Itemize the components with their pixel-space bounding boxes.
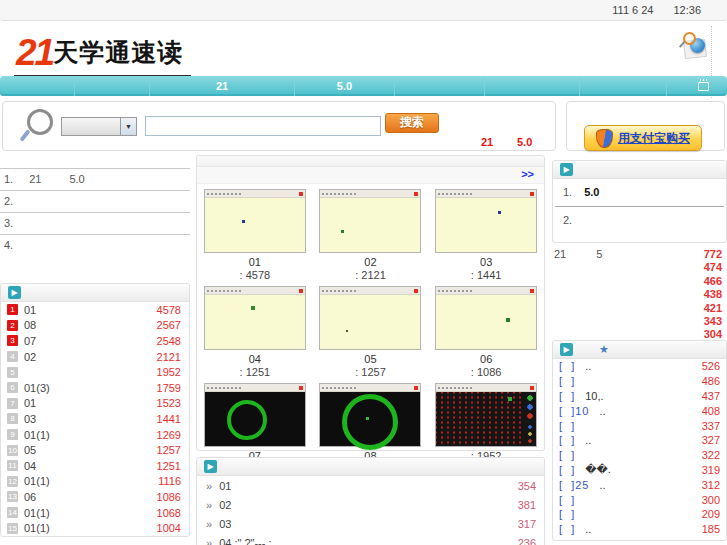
- rank-item[interactable]: 1401(1)1068: [1, 505, 189, 521]
- mini-title-text: [322, 290, 358, 292]
- home-monitor-icon[interactable]: [698, 82, 709, 91]
- target-dot: [251, 306, 255, 310]
- info-row-1[interactable]: 1.5.0: [555, 179, 724, 207]
- nav-item-4[interactable]: 5.0: [295, 76, 395, 96]
- info-row-2[interactable]: 2.: [553, 207, 726, 233]
- fav-item[interactable]: [ ]300: [553, 492, 726, 507]
- rank-item[interactable]: 601(3)1759: [1, 380, 189, 396]
- rank-item[interactable]: 8031441: [1, 411, 189, 427]
- alipay-buy-button[interactable]: 用支付宝购买: [584, 125, 702, 151]
- rank-item[interactable]: 1014578: [1, 302, 189, 318]
- nav-item-3[interactable]: 21: [150, 76, 295, 96]
- stats-row[interactable]: 474: [552, 261, 727, 274]
- rank-item[interactable]: 4022121: [1, 349, 189, 365]
- rank-item[interactable]: 901(1)1269: [1, 427, 189, 443]
- search-category-select[interactable]: ▼: [61, 117, 137, 136]
- fav-item[interactable]: [ ]10..408: [553, 403, 726, 418]
- fav-item[interactable]: [ ]209: [553, 507, 726, 522]
- close-icon: [530, 386, 534, 390]
- stats-row[interactable]: 466: [552, 275, 727, 288]
- thumb-label: 02: [313, 256, 429, 268]
- list-item[interactable]: »03317: [197, 514, 544, 533]
- fav-item[interactable]: [ ]..185: [553, 522, 726, 537]
- site-logo[interactable]: 21天学通速读: [14, 32, 191, 77]
- menu-row-3[interactable]: 3.: [0, 213, 190, 235]
- gallery-item[interactable]: 03: 1441: [428, 189, 544, 281]
- fav-item[interactable]: [ ]��.319: [553, 463, 726, 478]
- fav-item[interactable]: [ ]10,.437: [553, 389, 726, 404]
- more-link[interactable]: >>: [521, 168, 534, 180]
- menu-row-4[interactable]: 4.: [0, 235, 190, 261]
- nav-item-2[interactable]: [75, 76, 150, 96]
- rank-label: 01(1): [24, 429, 157, 441]
- rank-item[interactable]: 10051257: [1, 442, 189, 458]
- bracket-label: [ ]: [559, 464, 575, 476]
- logo-text: 天学通速读: [53, 38, 183, 66]
- fav-note: ..: [599, 405, 605, 417]
- nav-item-7[interactable]: [580, 76, 667, 96]
- gallery-item[interactable]: 01: 4578: [197, 189, 313, 281]
- rank-item[interactable]: 3072548: [1, 333, 189, 349]
- fav-item[interactable]: [ ]486: [553, 374, 726, 389]
- list-item[interactable]: »01354: [197, 476, 544, 495]
- gallery-item[interactable]: 06: 1086: [428, 286, 544, 378]
- stats-value: 772: [704, 248, 722, 261]
- list-item[interactable]: »02381: [197, 495, 544, 514]
- rank-item[interactable]: 13061086: [1, 489, 189, 505]
- rank-badge: 5: [7, 367, 18, 378]
- list-item[interactable]: »04 :" ?"--- :236: [197, 533, 544, 545]
- thumb-label: 06: [428, 353, 544, 365]
- bracket-label: [ ]: [559, 508, 575, 520]
- bracket-label: [ ]: [559, 420, 575, 432]
- gallery-item[interactable]: 04: 1251: [197, 286, 313, 378]
- rank-item[interactable]: 51952: [1, 364, 189, 380]
- stats-label2: 5: [596, 248, 602, 261]
- mini-titlebar: [205, 384, 305, 392]
- rank-item[interactable]: 1201(1)1116: [1, 474, 189, 490]
- rank-badge: 12: [7, 476, 18, 487]
- logo-number: 21: [16, 32, 53, 73]
- gallery-item[interactable]: 05: 1257: [313, 286, 429, 378]
- close-icon: [299, 192, 303, 196]
- fav-item[interactable]: [ ]..327: [553, 433, 726, 448]
- fav-item[interactable]: [ ]25..312: [553, 477, 726, 492]
- rank-count: 1116: [158, 475, 181, 487]
- search-input[interactable]: [145, 116, 381, 136]
- left-menu: 1.215.0 2. 3. 4.: [0, 168, 190, 261]
- magnifier-glass: [27, 109, 53, 135]
- fav-item[interactable]: [ ]322: [553, 448, 726, 463]
- fav-count: 486: [702, 375, 720, 387]
- fav-count: 327: [702, 434, 720, 446]
- gallery-subheader: >>: [197, 167, 544, 184]
- web-search-icon[interactable]: [681, 32, 709, 60]
- search-button[interactable]: 搜索: [385, 113, 439, 133]
- nav-item-5[interactable]: [395, 76, 485, 96]
- nav-item-1[interactable]: [0, 76, 75, 96]
- chevron-down-icon[interactable]: ▼: [120, 118, 136, 135]
- rank-item[interactable]: 1501(1)1004: [1, 520, 189, 536]
- fav-item[interactable]: [ ]..526: [553, 359, 726, 374]
- item-count: 354: [518, 480, 536, 492]
- fav-item[interactable]: [ ]337: [553, 418, 726, 433]
- star-icon: ★: [599, 343, 609, 356]
- stats-value: 438: [704, 288, 722, 301]
- stats-row[interactable]: 343: [552, 315, 727, 328]
- rank-item[interactable]: 11041251: [1, 458, 189, 474]
- rank-label: 05: [24, 444, 157, 456]
- arrow-icon: ▶: [560, 163, 573, 176]
- mini-window-body: [320, 198, 420, 252]
- nav-item-6[interactable]: [485, 76, 580, 96]
- stats-value: 466: [704, 275, 722, 288]
- stats-row[interactable]: 438: [552, 288, 727, 301]
- stats-row[interactable]: 215772: [552, 248, 727, 261]
- keyword-tag-21[interactable]: 21: [481, 136, 493, 148]
- rank-item[interactable]: 7011523: [1, 396, 189, 412]
- rank-item[interactable]: 2082567: [1, 318, 189, 334]
- menu-row-2[interactable]: 2.: [0, 191, 190, 213]
- item-count: 317: [518, 518, 536, 530]
- ranking-panel: ▶ 1014578 2082567 3072548 4022121 51952 …: [0, 283, 190, 537]
- keyword-tag-50[interactable]: 5.0: [517, 136, 532, 148]
- stats-row[interactable]: 421: [552, 302, 727, 315]
- menu-row-1[interactable]: 1.215.0: [0, 169, 190, 191]
- gallery-item[interactable]: 02: 2121: [313, 189, 429, 281]
